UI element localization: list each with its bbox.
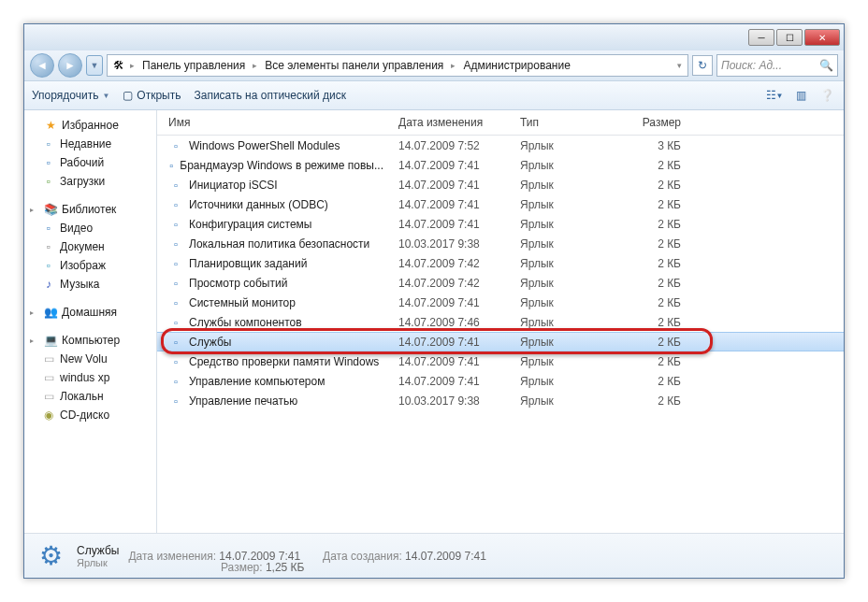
file-row[interactable]: ▫Брандмауэр Windows в режиме повы...14.0… — [157, 155, 844, 175]
back-button[interactable]: ◄ — [30, 53, 54, 78]
file-size: 2 КБ — [625, 198, 718, 211]
file-type: Ярлык — [513, 316, 625, 329]
file-row[interactable]: ▫Инициатор iSCSI14.07.2009 7:41Ярлык2 КБ — [157, 175, 844, 194]
open-button[interactable]: ▢ Открыть — [123, 89, 181, 102]
file-name: Инициатор iSCSI — [189, 179, 278, 192]
drive-icon: ▭ — [41, 389, 56, 404]
file-size: 2 КБ — [625, 336, 718, 349]
column-name[interactable]: Имя — [157, 114, 391, 131]
sidebar-item-videos[interactable]: ▫Видео — [24, 219, 156, 237]
file-row[interactable]: ▫Конфигурация системы14.07.2009 7:41Ярлы… — [157, 214, 844, 234]
sidebar-item-music[interactable]: ♪Музыка — [24, 275, 156, 294]
chevron-icon: ▸ — [251, 61, 259, 70]
history-dropdown[interactable]: ▼ — [86, 55, 103, 76]
sidebar-item-drive[interactable]: ▭New Volu — [24, 350, 156, 368]
minimize-button[interactable]: ─ — [748, 29, 774, 46]
dropdown-icon[interactable]: ▾ — [675, 61, 684, 70]
video-icon: ▫ — [41, 221, 56, 236]
sidebar-item-drive[interactable]: ▭Локальн — [24, 387, 156, 406]
library-icon: 📚 — [43, 202, 58, 217]
file-row[interactable]: ▫Средство проверки памяти Windows14.07.2… — [157, 351, 844, 371]
shortcut-icon: ▫ — [168, 197, 183, 212]
column-headers: Имя Дата изменения Тип Размер — [157, 110, 844, 136]
file-date: 14.07.2009 7:41 — [391, 159, 513, 172]
file-size: 2 КБ — [625, 237, 718, 251]
folder-icon: 🛠 — [111, 58, 126, 73]
document-icon: ▫ — [41, 239, 56, 254]
sidebar-item-downloads[interactable]: ▫Загрузки — [24, 172, 156, 191]
file-list[interactable]: ▫Windows PowerShell Modules14.07.2009 7:… — [157, 136, 844, 533]
file-type: Ярлык — [513, 277, 625, 290]
file-size: 2 КБ — [625, 375, 718, 388]
file-name: Брандмауэр Windows в режиме повы... — [180, 159, 383, 172]
file-date: 14.07.2009 7:41 — [391, 179, 513, 192]
file-row[interactable]: ▫Windows PowerShell Modules14.07.2009 7:… — [157, 136, 844, 155]
file-date: 14.07.2009 7:41 — [391, 198, 513, 211]
organize-button[interactable]: Упорядочить ▼ — [32, 89, 109, 102]
column-size[interactable]: Размер — [625, 114, 718, 131]
file-date: 14.07.2009 7:41 — [391, 218, 513, 231]
file-date: 14.07.2009 7:46 — [391, 316, 513, 329]
file-row[interactable]: ▫Планировщик заданий14.07.2009 7:42Ярлык… — [157, 253, 844, 273]
file-date: 14.07.2009 7:41 — [391, 336, 513, 349]
sidebar-item-cd[interactable]: ◉CD-диско — [24, 406, 156, 424]
sidebar-item-drive[interactable]: ▭windus xp — [24, 368, 156, 387]
file-row[interactable]: ▫Управление печатью10.03.2017 9:38Ярлык2… — [157, 391, 844, 410]
file-row[interactable]: ▫Просмотр событий14.07.2009 7:42Ярлык2 К… — [157, 273, 844, 293]
column-date[interactable]: Дата изменения — [391, 114, 513, 131]
column-type[interactable]: Тип — [513, 114, 625, 131]
file-size: 2 КБ — [625, 394, 718, 408]
homegroup-icon: 👥 — [43, 305, 58, 320]
sidebar-item-recent[interactable]: ▫Недавние — [24, 135, 156, 153]
sidebar-computer[interactable]: ▸💻Компьютер — [24, 331, 156, 350]
file-list-pane: Имя Дата изменения Тип Размер ▫Windows P… — [157, 110, 844, 533]
view-options-button[interactable]: ☷ ▼ — [765, 86, 784, 105]
file-name: Конфигурация системы — [189, 218, 311, 231]
sidebar-item-documents[interactable]: ▫Докумен — [24, 237, 156, 256]
preview-pane-button[interactable]: ▥ — [791, 86, 810, 105]
help-button[interactable]: ❔ — [817, 86, 836, 105]
drive-icon: ▭ — [41, 370, 56, 385]
file-name: Управление компьютером — [189, 375, 325, 388]
file-row[interactable]: ▫Системный монитор14.07.2009 7:41Ярлык2 … — [157, 293, 844, 312]
file-row[interactable]: ▫Источники данных (ODBC)14.07.2009 7:41Я… — [157, 194, 844, 214]
forward-button[interactable]: ► — [58, 53, 82, 78]
file-size: 2 КБ — [625, 257, 718, 270]
titlebar: ─ ☐ ✕ — [24, 24, 844, 50]
sidebar-item-pictures[interactable]: ▫Изображ — [24, 256, 156, 275]
file-name: Службы — [189, 336, 231, 349]
file-row[interactable]: ▫Локальная политика безопасности10.03.20… — [157, 234, 844, 253]
search-input[interactable]: Поиск: Ад... 🔍 — [716, 54, 838, 77]
breadcrumb-item[interactable]: Панель управления — [138, 57, 249, 74]
picture-icon: ▫ — [41, 258, 56, 273]
file-row[interactable]: ▫Службы14.07.2009 7:41Ярлык2 КБ — [157, 332, 844, 351]
burn-button[interactable]: Записать на оптический диск — [194, 89, 346, 102]
search-placeholder: Поиск: Ад... — [721, 59, 782, 72]
navigation-bar: ◄ ► ▼ 🛠 ▸ Панель управления ▸ Все элемен… — [24, 50, 844, 80]
maximize-button[interactable]: ☐ — [776, 29, 803, 46]
breadcrumb-item[interactable]: Администрирование — [459, 57, 573, 74]
computer-icon: 💻 — [43, 333, 58, 348]
shortcut-icon: ▫ — [168, 256, 183, 271]
sidebar-item-desktop[interactable]: ▫Рабочий — [24, 153, 156, 172]
file-name: Windows PowerShell Modules — [189, 139, 340, 152]
file-type: Ярлык — [513, 375, 625, 388]
file-type: Ярлык — [513, 237, 625, 251]
refresh-button[interactable]: ↻ — [692, 55, 713, 76]
breadcrumb-item[interactable]: Все элементы панели управления — [261, 57, 447, 74]
shortcut-icon: ▫ — [168, 138, 183, 153]
file-type: Ярлык — [513, 355, 625, 368]
close-button[interactable]: ✕ — [804, 29, 840, 46]
file-date: 10.03.2017 9:38 — [391, 394, 513, 408]
file-type: Ярлык — [513, 198, 625, 211]
address-bar[interactable]: 🛠 ▸ Панель управления ▸ Все элементы пан… — [107, 54, 688, 77]
drive-icon: ▭ — [41, 351, 56, 366]
sidebar-favorites[interactable]: ★Избранное — [24, 116, 156, 135]
sidebar-homegroup[interactable]: ▸👥Домашняя — [24, 303, 156, 322]
file-row[interactable]: ▫Службы компонентов14.07.2009 7:46Ярлык2… — [157, 312, 844, 332]
file-row[interactable]: ▫Управление компьютером14.07.2009 7:41Яр… — [157, 371, 844, 391]
sidebar-libraries[interactable]: ▸📚Библиотек — [24, 200, 156, 219]
file-type: Ярлык — [513, 159, 625, 172]
file-type: Ярлык — [513, 179, 625, 192]
file-date: 14.07.2009 7:41 — [391, 296, 513, 309]
